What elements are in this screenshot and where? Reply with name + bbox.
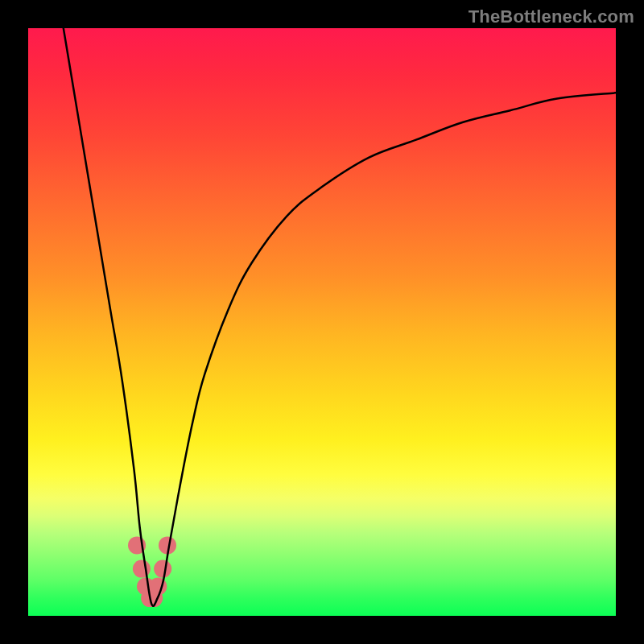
plot-area	[28, 28, 616, 616]
bottleneck-curve	[64, 28, 616, 606]
minimum-marker	[133, 560, 151, 578]
chart-container: TheBottleneck.com	[0, 0, 644, 644]
plot-svg	[28, 28, 616, 616]
watermark-text: TheBottleneck.com	[469, 6, 634, 27]
minimum-marker	[154, 560, 171, 578]
